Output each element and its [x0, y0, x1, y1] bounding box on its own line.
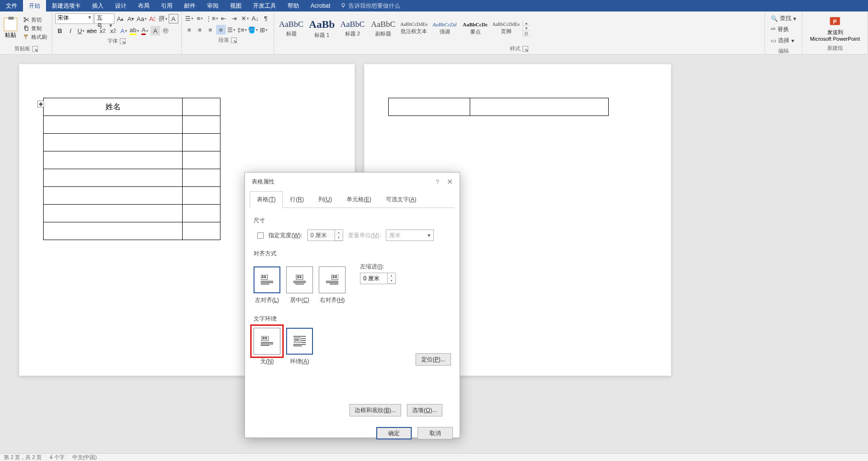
table-cell[interactable]	[183, 98, 220, 116]
status-words[interactable]: 4 个字	[49, 454, 64, 461]
change-case-button[interactable]: Aa	[137, 14, 147, 23]
select-button[interactable]: ▭ 选择 ▾	[770, 35, 797, 46]
menu-help[interactable]: 帮助	[282, 0, 305, 12]
wrap-none-option[interactable]	[254, 328, 280, 355]
char-border-button[interactable]: A	[169, 14, 178, 23]
dialog-close-button[interactable]: ✕	[447, 177, 453, 186]
sort-button[interactable]: A↓	[251, 13, 260, 23]
tab-table[interactable]: 表格(T)	[250, 191, 283, 208]
table-cell[interactable]	[389, 98, 470, 116]
tab-column[interactable]: 列(U)	[311, 191, 339, 208]
align-left-button[interactable]: ≡	[185, 25, 194, 35]
menu-acrobat[interactable]: Acrobat	[305, 0, 336, 12]
menu-references[interactable]: 引用	[155, 0, 178, 12]
menu-mailings[interactable]: 邮件	[178, 0, 201, 12]
grow-font-button[interactable]: A▴	[116, 14, 125, 23]
table-cell[interactable]	[44, 205, 183, 222]
justify-button[interactable]: ≡	[216, 25, 226, 35]
style-item[interactable]: AaBb标题 1	[307, 13, 337, 44]
width-checkbox[interactable]	[257, 232, 264, 239]
position-button[interactable]: 定位(P)...	[416, 353, 451, 366]
table-cell[interactable]	[44, 187, 183, 205]
tell-me-search[interactable]: 告诉我你想要做什么	[336, 0, 404, 12]
tab-row[interactable]: 行(R)	[283, 191, 311, 208]
styles-more[interactable]: ▴▾⊟	[522, 21, 530, 36]
options-button[interactable]: 选项(O)...	[407, 404, 442, 416]
asian-layout-button[interactable]: ✕	[240, 13, 250, 23]
align-right-option[interactable]	[319, 266, 346, 293]
text-effects-button[interactable]: A	[119, 26, 128, 35]
table-cell[interactable]	[44, 134, 183, 151]
font-color-button[interactable]: A	[140, 26, 150, 35]
menu-layout[interactable]: 布局	[132, 0, 155, 12]
font-size-select[interactable]: 五号	[94, 13, 115, 24]
status-lang[interactable]: 中文(中国)	[72, 454, 97, 461]
send-to-ppt-button[interactable]: P 发送到 Microsoft PowerPoint	[804, 12, 866, 44]
style-item[interactable]: AaBbC标题	[276, 13, 307, 44]
width-input[interactable]	[308, 232, 335, 239]
table-cell[interactable]	[183, 151, 220, 169]
style-item[interactable]: AaBbC副标题	[368, 13, 399, 44]
decrease-indent-button[interactable]: ⇤	[219, 13, 229, 23]
status-page[interactable]: 第 2 页，共 2 页	[4, 454, 42, 461]
numbering-button[interactable]: ≡	[195, 13, 205, 23]
highlight-button[interactable]: ab	[129, 26, 139, 35]
align-center-button[interactable]: ≡	[195, 25, 205, 35]
document-table-page2[interactable]	[388, 98, 609, 116]
copy-button[interactable]: 复制	[22, 24, 48, 33]
indent-input[interactable]	[360, 275, 387, 282]
paragraph-launcher[interactable]	[231, 37, 237, 43]
align-left-option[interactable]	[254, 266, 280, 293]
style-item[interactable]: AaBbC标题 2	[337, 13, 368, 44]
table-cell[interactable]	[44, 222, 183, 240]
cut-button[interactable]: 剪切	[22, 16, 48, 24]
menu-file[interactable]: 文件	[0, 0, 23, 12]
underline-button[interactable]: U	[76, 26, 86, 35]
table-cell[interactable]	[470, 98, 609, 116]
line-spacing-button[interactable]: ‡≡	[237, 25, 247, 35]
width-spinner[interactable]: ▴▾	[307, 230, 343, 241]
shading-button[interactable]: 🪣	[248, 25, 258, 35]
styles-gallery[interactable]: AaBbC标题AaBb标题 1AaBbC标题 2AaBbC副标题AaBbCcDd…	[276, 13, 521, 44]
style-item[interactable]: AaBbCcDdEe批注框文本	[399, 13, 429, 44]
table-cell[interactable]	[183, 205, 220, 222]
replace-button[interactable]: ᵃᵇ 替换	[770, 24, 797, 35]
multilevel-button[interactable]: ⋮≡	[206, 13, 218, 23]
paste-button[interactable]: 粘贴	[2, 17, 19, 40]
char-shading-button[interactable]: A	[150, 26, 160, 35]
distribute-button[interactable]: ☰	[227, 25, 236, 35]
table-cell[interactable]	[44, 151, 183, 169]
menu-view[interactable]: 视图	[224, 0, 247, 12]
bullets-button[interactable]: ☰	[185, 13, 194, 23]
style-item[interactable]: AaBbCcDdEe页脚	[491, 13, 521, 44]
style-item[interactable]: AaBbCcDd强调	[429, 13, 460, 44]
menu-design[interactable]: 设计	[109, 0, 132, 12]
document-table[interactable]: 姓名	[43, 98, 220, 240]
table-cell[interactable]	[183, 134, 220, 151]
bold-button[interactable]: B	[55, 26, 65, 35]
menu-review[interactable]: 审阅	[201, 0, 224, 12]
phonetic-guide-button[interactable]: 拼	[158, 14, 168, 23]
menu-home[interactable]: 开始	[23, 0, 46, 12]
italic-button[interactable]: I	[66, 26, 75, 35]
styles-launcher[interactable]	[522, 46, 528, 52]
clipboard-launcher[interactable]	[32, 46, 38, 52]
dialog-help-button[interactable]: ?	[436, 179, 439, 185]
table-cell[interactable]	[183, 116, 220, 134]
format-painter-button[interactable]: 格式刷	[22, 33, 48, 41]
ok-button[interactable]: 确定	[376, 427, 412, 439]
table-cell[interactable]	[44, 116, 183, 134]
tab-alt-text[interactable]: 可选文字(A)	[379, 191, 424, 208]
align-right-button[interactable]: ≡	[206, 25, 215, 35]
style-item[interactable]: AaBbCcDc要点	[460, 13, 491, 44]
table-cell[interactable]	[183, 169, 220, 187]
table-cell[interactable]	[183, 222, 220, 240]
borders-button[interactable]: ⊞	[259, 25, 268, 35]
font-name-select[interactable]: 宋体	[55, 13, 93, 24]
table-header-cell[interactable]: 姓名	[44, 98, 183, 116]
enclose-char-button[interactable]: ㊕	[161, 26, 171, 35]
increase-indent-button[interactable]: ⇥	[230, 13, 239, 23]
strikethrough-button[interactable]: abc	[87, 26, 97, 35]
menu-insert[interactable]: 插入	[86, 0, 109, 12]
tab-cell[interactable]: 单元格(E)	[339, 191, 379, 208]
